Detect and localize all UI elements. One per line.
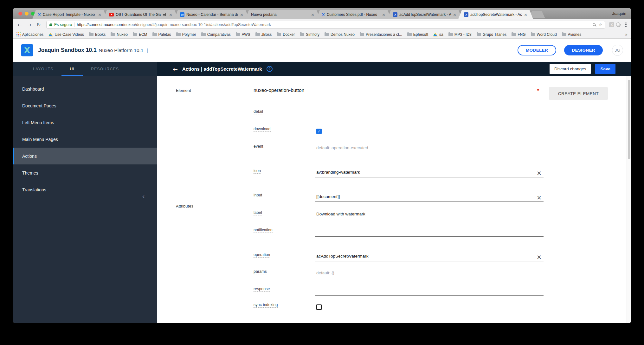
bookmark-label: Aviones [568,32,581,37]
bookmark-label: FNG [518,32,525,37]
bookmark-folder[interactable]: ECM [133,32,147,37]
tab-ui[interactable]: UI [61,62,83,76]
bookmark[interactable]: sa [433,32,443,37]
bookmark-folder[interactable]: Docker [277,32,295,37]
field-row-notification: notification [254,219,544,237]
bookmark-folder[interactable]: Books [89,32,106,37]
chrome-menu-icon[interactable] [624,22,628,27]
download-checkbox[interactable] [316,129,322,134]
discard-changes-button[interactable]: Discard changes [550,64,591,74]
folder-icon [277,33,281,36]
bookmark-folder[interactable]: AWS [236,32,250,37]
studio-favicon: X [393,12,397,17]
tab-layouts[interactable]: LAYOUTS [25,62,61,76]
bookmark-folder[interactable]: Aviones [562,32,581,37]
collapse-sidebar-icon[interactable]: ‹ [142,192,145,200]
bookmark-folder[interactable]: Demos Nuxeo [325,32,355,37]
nuxeo-extension-icon[interactable]: X [609,22,614,27]
minimize-window-button[interactable] [25,12,29,16]
close-icon[interactable]: × [169,13,172,17]
notification-input[interactable] [316,228,535,234]
bookmarks-overflow-icon[interactable]: » [625,32,628,37]
sub-header: LAYOUTS UI RESOURCES ← Actions | addTopS… [13,62,631,76]
label-input[interactable] [316,211,535,217]
event-input[interactable] [316,145,535,150]
audio-speaker-icon[interactable] [163,13,167,16]
clear-icon[interactable]: × [537,171,542,175]
sidebar-item-left-menu-items[interactable]: Left Menu Items [13,114,157,131]
sidebar-item-themes[interactable]: Themes [13,164,157,181]
response-input-wrap [315,287,544,296]
reload-icon[interactable]: ↻ [35,22,42,28]
input-input[interactable] [316,194,535,199]
browser-tab-active[interactable]: X addTopSecreteWatermark - Ac × [458,10,533,19]
modeler-button[interactable]: MODELER [518,45,556,55]
close-icon[interactable]: × [453,13,456,17]
avatar[interactable]: JG [612,45,623,56]
bookmark-label: Grupo Titanes [483,32,506,37]
help-icon[interactable]: ? [267,66,273,72]
browser-tab[interactable]: X Case Report Template - Nuxeo × [32,10,107,19]
bookmark-label: Aplicaciones [22,32,43,37]
clear-icon[interactable]: × [537,255,542,259]
bookmark-folder[interactable]: Grupo Titanes [477,32,506,37]
browser-tab[interactable]: Nueva pestaña × [245,10,320,19]
close-window-button[interactable] [18,12,22,16]
back-arrow-icon[interactable]: ← [173,66,178,73]
bookmark-folder[interactable]: Word Cloud [531,32,557,37]
scrollbar-thumb[interactable] [628,80,630,159]
back-icon[interactable]: ← [16,22,23,28]
address-bar[interactable]: Es seguro https://connect.nuxeo.com/nuxe… [46,21,605,29]
bookmark-folder[interactable]: FNG [512,32,525,37]
scrollbar[interactable] [627,76,631,323]
browser-tab[interactable]: 18 Nuxeo - Calendar - Semana de × [174,10,249,19]
close-icon[interactable]: × [240,13,243,17]
bookmark-folder[interactable]: Nuxeo [111,32,128,37]
event-field-label: event [254,144,263,149]
field-row-event: event [254,136,544,153]
bookmark-folder[interactable]: Ephesoft [407,32,428,37]
url-text[interactable]: https://connect.nuxeo.com/nuxeo/designer… [77,22,590,27]
params-input[interactable] [316,270,535,276]
bookmark-folder[interactable]: Comparativas [201,32,231,37]
clear-icon[interactable]: × [537,195,542,200]
sync-indexing-checkbox[interactable] [316,304,322,310]
icon-input[interactable] [316,169,535,175]
designer-button[interactable]: DESIGNER [564,45,603,55]
sidebar-item-main-menu-pages[interactable]: Main Menu Pages [13,131,157,148]
bookmark[interactable]: Use Case Videos [48,32,84,37]
close-icon[interactable]: × [382,13,385,17]
operation-input[interactable] [316,253,535,259]
bookmark-label: Paletas [158,32,171,37]
forward-icon[interactable]: → [25,22,33,28]
response-input[interactable] [316,287,535,293]
calendar-favicon: 18 [180,12,184,17]
sidebar-item-actions[interactable]: Actions [13,148,157,164]
close-icon[interactable]: × [524,13,527,17]
bookmark-folder[interactable]: Presentaciones a cl... [360,32,402,37]
bookmark-star-icon[interactable]: ☆ [598,23,602,27]
bookmark-folder[interactable]: Simflofy [300,32,319,37]
bookmark-folder[interactable]: MP3 - ID3 [448,32,472,37]
bookmark-folder[interactable]: Paletas [152,32,171,37]
save-button[interactable]: Save [595,64,615,74]
close-icon[interactable]: × [311,13,314,17]
bookmark-folder[interactable]: JBoss [255,32,272,37]
nuxeo-logo[interactable]: X [21,44,33,56]
browser-tab[interactable]: X Customers Slides.pdf - Nuxeo × [316,10,391,19]
browser-tab[interactable]: X acAddTopSecretWatermark - A × [387,10,462,19]
tab-resources[interactable]: RESOURCES [83,62,127,76]
detail-input[interactable] [316,110,535,116]
sidebar-item-document-pages[interactable]: Document Pages [13,97,157,114]
sidebar-item-dashboard[interactable]: Dashboard [13,80,157,97]
create-element-button[interactable]: CREATE ELEMENT [549,87,608,100]
close-icon[interactable]: × [98,13,101,17]
sidebar-item-translations[interactable]: Translations [13,181,157,198]
browser-tab[interactable]: OST Guardians Of The Gala × [103,10,178,19]
zoom-icon[interactable] [593,23,596,27]
chrome-profile-name[interactable]: Joaquín [612,11,626,16]
bookmark-folder[interactable]: Polymer [176,32,196,37]
extension-circle-icon[interactable] [616,22,621,27]
bookmark-apps[interactable]: Aplicaciones [16,32,43,37]
url-domain: https://connect.nuxeo.com [77,22,123,27]
